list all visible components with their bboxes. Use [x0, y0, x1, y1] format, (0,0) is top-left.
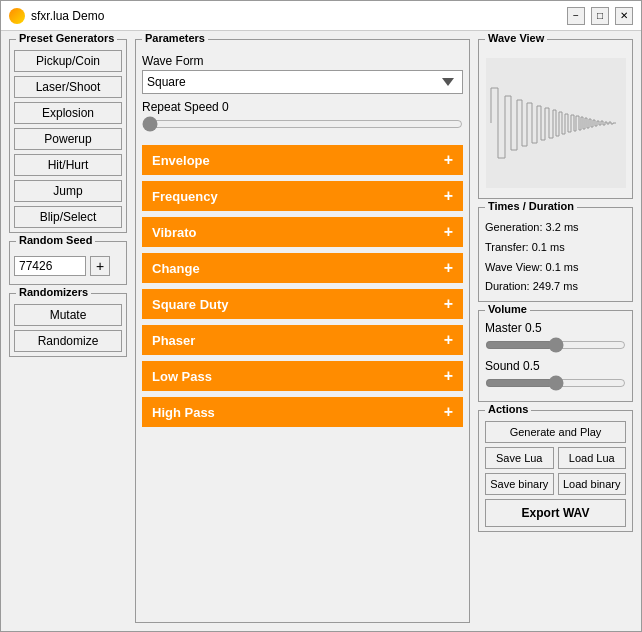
highpass-section-btn[interactable]: High Pass +: [142, 397, 463, 427]
title-bar: sfxr.lua Demo − □ ✕: [1, 1, 641, 31]
square-duty-plus-icon: +: [444, 295, 453, 313]
volume-content: Master 0.5 Sound 0.5: [485, 321, 626, 397]
minimize-button[interactable]: −: [567, 7, 585, 25]
phaser-label: Phaser: [152, 333, 195, 348]
phaser-plus-icon: +: [444, 331, 453, 349]
vibrato-plus-icon: +: [444, 223, 453, 241]
master-volume-label: Master 0.5: [485, 321, 626, 335]
right-panel: Wave View Times / Duration Generation: 3…: [478, 39, 633, 623]
generation-time: Generation: 3.2 ms: [485, 218, 626, 238]
change-section-btn[interactable]: Change +: [142, 253, 463, 283]
waveform-label: Wave Form: [142, 54, 463, 68]
randomizers-group: Randomizers Mutate Randomize: [9, 293, 127, 357]
wave-svg: [486, 58, 626, 188]
repeat-speed-slider-container: [142, 116, 463, 135]
preset-powerup[interactable]: Powerup: [14, 128, 122, 150]
actions-title: Actions: [485, 403, 531, 415]
load-lua-button[interactable]: Load Lua: [558, 447, 627, 469]
lowpass-label: Low Pass: [152, 369, 212, 384]
actions-content: Generate and Play Save Lua Load Lua Save…: [485, 421, 626, 527]
volume-title: Volume: [485, 303, 530, 315]
wave-view-time: Wave View: 0.1 ms: [485, 258, 626, 278]
phaser-section-btn[interactable]: Phaser +: [142, 325, 463, 355]
preset-jump[interactable]: Jump: [14, 180, 122, 202]
save-lua-button[interactable]: Save Lua: [485, 447, 554, 469]
frequency-label: Frequency: [152, 189, 218, 204]
square-duty-label: Square Duty: [152, 297, 229, 312]
preset-generators-title: Preset Generators: [16, 32, 117, 44]
times-duration-group: Times / Duration Generation: 3.2 ms Tran…: [478, 207, 633, 302]
change-label: Change: [152, 261, 200, 276]
frequency-section-btn[interactable]: Frequency +: [142, 181, 463, 211]
save-binary-button[interactable]: Save binary: [485, 473, 554, 495]
transfer-time: Transfer: 0.1 ms: [485, 238, 626, 258]
random-seed-title: Random Seed: [16, 234, 95, 246]
envelope-section-btn[interactable]: Envelope +: [142, 145, 463, 175]
app-icon: [9, 8, 25, 24]
highpass-label: High Pass: [152, 405, 215, 420]
sound-volume-slider[interactable]: [485, 375, 626, 391]
envelope-plus-icon: +: [444, 151, 453, 169]
duration-time: Duration: 249.7 ms: [485, 277, 626, 297]
load-binary-button[interactable]: Load binary: [558, 473, 627, 495]
vibrato-label: Vibrato: [152, 225, 197, 240]
wave-view-group: Wave View: [478, 39, 633, 199]
preset-hit-hurt[interactable]: Hit/Hurt: [14, 154, 122, 176]
left-panel: Preset Generators Pickup/Coin Laser/Shoo…: [9, 39, 127, 623]
wave-canvas: [479, 40, 632, 198]
waveform-select[interactable]: Square Sawtooth Sine Noise: [142, 70, 463, 94]
repeat-speed-slider[interactable]: [142, 116, 463, 132]
seed-increment-button[interactable]: +: [90, 256, 110, 276]
lua-buttons-row: Save Lua Load Lua: [485, 447, 626, 469]
times-duration-title: Times / Duration: [485, 200, 577, 212]
randomizers-title: Randomizers: [16, 286, 91, 298]
window-title: sfxr.lua Demo: [31, 9, 567, 23]
parameters-content: Wave Form Square Sawtooth Sine Noise Rep…: [136, 48, 469, 622]
restore-button[interactable]: □: [591, 7, 609, 25]
waveform-section: Wave Form Square Sawtooth Sine Noise: [142, 54, 463, 94]
randomizers-buttons: Mutate Randomize: [14, 304, 122, 352]
sound-volume-label: Sound 0.5: [485, 359, 626, 373]
wave-view-title: Wave View: [485, 32, 547, 44]
preset-generators-list: Pickup/Coin Laser/Shoot Explosion Poweru…: [14, 50, 122, 228]
mutate-button[interactable]: Mutate: [14, 304, 122, 326]
repeat-speed-label: Repeat Speed 0: [142, 100, 463, 114]
main-content: Preset Generators Pickup/Coin Laser/Shoo…: [1, 31, 641, 631]
seed-row: +: [14, 256, 122, 276]
vibrato-section-btn[interactable]: Vibrato +: [142, 217, 463, 247]
highpass-plus-icon: +: [444, 403, 453, 421]
preset-pickup-coin[interactable]: Pickup/Coin: [14, 50, 122, 72]
generate-play-button[interactable]: Generate and Play: [485, 421, 626, 443]
envelope-label: Envelope: [152, 153, 210, 168]
actions-group: Actions Generate and Play Save Lua Load …: [478, 410, 633, 532]
parameters-panel: Parameters Wave Form Square Sawtooth Sin…: [135, 39, 470, 623]
times-duration-content: Generation: 3.2 ms Transfer: 0.1 ms Wave…: [485, 218, 626, 297]
preset-explosion[interactable]: Explosion: [14, 102, 122, 124]
close-button[interactable]: ✕: [615, 7, 633, 25]
lowpass-section-btn[interactable]: Low Pass +: [142, 361, 463, 391]
randomize-button[interactable]: Randomize: [14, 330, 122, 352]
parameters-title: Parameters: [142, 32, 208, 44]
window-controls: − □ ✕: [567, 7, 633, 25]
preset-laser-shoot[interactable]: Laser/Shoot: [14, 76, 122, 98]
main-window: sfxr.lua Demo − □ ✕ Preset Generators Pi…: [0, 0, 642, 632]
export-wav-button[interactable]: Export WAV: [485, 499, 626, 527]
random-seed-group: Random Seed +: [9, 241, 127, 285]
square-duty-section-btn[interactable]: Square Duty +: [142, 289, 463, 319]
repeat-speed-section: Repeat Speed 0: [142, 100, 463, 139]
preset-generators-group: Preset Generators Pickup/Coin Laser/Shoo…: [9, 39, 127, 233]
preset-blip-select[interactable]: Blip/Select: [14, 206, 122, 228]
frequency-plus-icon: +: [444, 187, 453, 205]
seed-input[interactable]: [14, 256, 86, 276]
volume-group: Volume Master 0.5 Sound 0.5: [478, 310, 633, 402]
binary-buttons-row: Save binary Load binary: [485, 473, 626, 495]
lowpass-plus-icon: +: [444, 367, 453, 385]
master-volume-slider[interactable]: [485, 337, 626, 353]
change-plus-icon: +: [444, 259, 453, 277]
